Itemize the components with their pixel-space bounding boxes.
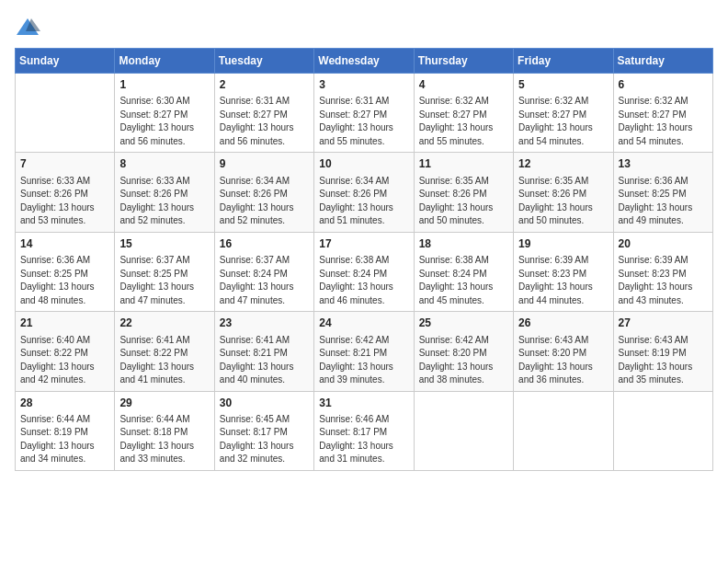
day-number: 20: [619, 236, 708, 252]
day-cell: 23Sunrise: 6:41 AM Sunset: 8:21 PM Dayli…: [214, 312, 313, 391]
day-info: Sunrise: 6:36 AM Sunset: 8:25 PM Dayligh…: [619, 175, 708, 228]
header-row: SundayMondayTuesdayWednesdayThursdayFrid…: [16, 49, 713, 74]
day-number: 7: [20, 156, 109, 172]
header-cell-saturday: Saturday: [613, 49, 712, 74]
day-number: 2: [220, 77, 309, 93]
day-info: Sunrise: 6:32 AM Sunset: 8:27 PM Dayligh…: [518, 95, 608, 148]
day-number: 25: [419, 316, 508, 331]
week-row: 14Sunrise: 6:36 AM Sunset: 8:25 PM Dayli…: [16, 232, 713, 311]
day-number: 28: [20, 396, 109, 411]
day-cell: 20Sunrise: 6:39 AM Sunset: 8:23 PM Dayli…: [613, 232, 712, 311]
day-number: 5: [518, 77, 608, 93]
week-row: 21Sunrise: 6:40 AM Sunset: 8:22 PM Dayli…: [16, 312, 713, 391]
header-cell-wednesday: Wednesday: [314, 49, 414, 74]
day-info: Sunrise: 6:35 AM Sunset: 8:26 PM Dayligh…: [419, 175, 508, 228]
day-info: Sunrise: 6:40 AM Sunset: 8:22 PM Dayligh…: [20, 334, 109, 387]
day-cell: [16, 74, 115, 153]
day-info: Sunrise: 6:44 AM Sunset: 8:19 PM Dayligh…: [20, 413, 109, 466]
day-number: 4: [419, 77, 508, 93]
day-number: 24: [319, 316, 408, 331]
day-number: 15: [119, 236, 209, 252]
day-cell: 10Sunrise: 6:34 AM Sunset: 8:26 PM Dayli…: [314, 153, 414, 232]
day-number: 3: [319, 77, 408, 93]
day-cell: 30Sunrise: 6:45 AM Sunset: 8:17 PM Dayli…: [214, 391, 313, 470]
day-info: Sunrise: 6:32 AM Sunset: 8:27 PM Dayligh…: [619, 95, 708, 148]
day-info: Sunrise: 6:42 AM Sunset: 8:21 PM Dayligh…: [319, 334, 408, 387]
day-info: Sunrise: 6:33 AM Sunset: 8:26 PM Dayligh…: [20, 175, 109, 228]
day-number: 18: [419, 236, 508, 252]
day-number: 21: [20, 316, 109, 331]
day-cell: 22Sunrise: 6:41 AM Sunset: 8:22 PM Dayli…: [115, 312, 214, 391]
day-number: 8: [119, 156, 209, 172]
day-number: 31: [319, 396, 408, 411]
day-cell: 24Sunrise: 6:42 AM Sunset: 8:21 PM Dayli…: [314, 312, 414, 391]
header-cell-thursday: Thursday: [414, 49, 513, 74]
day-number: 19: [518, 236, 608, 252]
day-info: Sunrise: 6:44 AM Sunset: 8:18 PM Dayligh…: [119, 413, 209, 466]
day-number: 14: [20, 236, 109, 252]
day-cell: 28Sunrise: 6:44 AM Sunset: 8:19 PM Dayli…: [16, 391, 115, 470]
day-number: 12: [518, 156, 608, 172]
day-cell: 4Sunrise: 6:32 AM Sunset: 8:27 PM Daylig…: [414, 74, 513, 153]
day-cell: 11Sunrise: 6:35 AM Sunset: 8:26 PM Dayli…: [414, 153, 513, 232]
day-info: Sunrise: 6:39 AM Sunset: 8:23 PM Dayligh…: [619, 254, 708, 307]
day-number: 16: [220, 236, 309, 252]
day-number: 6: [619, 77, 708, 93]
day-info: Sunrise: 6:34 AM Sunset: 8:26 PM Dayligh…: [319, 175, 408, 228]
logo-icon: [15, 15, 40, 40]
day-info: Sunrise: 6:32 AM Sunset: 8:27 PM Dayligh…: [419, 95, 508, 148]
day-info: Sunrise: 6:31 AM Sunset: 8:27 PM Dayligh…: [319, 95, 408, 148]
day-cell: 21Sunrise: 6:40 AM Sunset: 8:22 PM Dayli…: [16, 312, 115, 391]
day-cell: 26Sunrise: 6:43 AM Sunset: 8:20 PM Dayli…: [514, 312, 613, 391]
day-number: 27: [619, 316, 708, 331]
day-cell: [414, 391, 513, 470]
day-info: Sunrise: 6:34 AM Sunset: 8:26 PM Dayligh…: [220, 175, 309, 228]
day-info: Sunrise: 6:42 AM Sunset: 8:20 PM Dayligh…: [419, 334, 508, 387]
day-cell: 8Sunrise: 6:33 AM Sunset: 8:26 PM Daylig…: [115, 153, 214, 232]
calendar-header: SundayMondayTuesdayWednesdayThursdayFrid…: [16, 49, 713, 74]
day-info: Sunrise: 6:43 AM Sunset: 8:20 PM Dayligh…: [518, 334, 608, 387]
week-row: 7Sunrise: 6:33 AM Sunset: 8:26 PM Daylig…: [16, 153, 713, 232]
day-info: Sunrise: 6:41 AM Sunset: 8:22 PM Dayligh…: [119, 334, 209, 387]
week-row: 1Sunrise: 6:30 AM Sunset: 8:27 PM Daylig…: [16, 74, 713, 153]
header-cell-friday: Friday: [514, 49, 613, 74]
day-info: Sunrise: 6:30 AM Sunset: 8:27 PM Dayligh…: [119, 95, 209, 148]
day-cell: [514, 391, 613, 470]
day-cell: 25Sunrise: 6:42 AM Sunset: 8:20 PM Dayli…: [414, 312, 513, 391]
header-cell-monday: Monday: [115, 49, 214, 74]
day-cell: 5Sunrise: 6:32 AM Sunset: 8:27 PM Daylig…: [514, 74, 613, 153]
day-number: 22: [119, 316, 209, 331]
day-cell: 18Sunrise: 6:38 AM Sunset: 8:24 PM Dayli…: [414, 232, 513, 311]
header-cell-tuesday: Tuesday: [214, 49, 313, 74]
day-info: Sunrise: 6:38 AM Sunset: 8:24 PM Dayligh…: [319, 254, 408, 307]
day-cell: 9Sunrise: 6:34 AM Sunset: 8:26 PM Daylig…: [214, 153, 313, 232]
page-header: [15, 15, 713, 40]
logo: [15, 15, 44, 40]
day-number: 1: [119, 77, 209, 93]
day-cell: 19Sunrise: 6:39 AM Sunset: 8:23 PM Dayli…: [514, 232, 613, 311]
day-cell: 3Sunrise: 6:31 AM Sunset: 8:27 PM Daylig…: [314, 74, 414, 153]
day-cell: 12Sunrise: 6:35 AM Sunset: 8:26 PM Dayli…: [514, 153, 613, 232]
day-cell: 2Sunrise: 6:31 AM Sunset: 8:27 PM Daylig…: [214, 74, 313, 153]
day-number: 10: [319, 156, 408, 172]
day-cell: 16Sunrise: 6:37 AM Sunset: 8:24 PM Dayli…: [214, 232, 313, 311]
day-info: Sunrise: 6:46 AM Sunset: 8:17 PM Dayligh…: [319, 413, 408, 466]
day-number: 29: [119, 396, 209, 411]
day-info: Sunrise: 6:35 AM Sunset: 8:26 PM Dayligh…: [518, 175, 608, 228]
day-info: Sunrise: 6:43 AM Sunset: 8:19 PM Dayligh…: [619, 334, 708, 387]
day-cell: 15Sunrise: 6:37 AM Sunset: 8:25 PM Dayli…: [115, 232, 214, 311]
day-cell: 27Sunrise: 6:43 AM Sunset: 8:19 PM Dayli…: [613, 312, 712, 391]
day-number: 9: [220, 156, 309, 172]
day-info: Sunrise: 6:39 AM Sunset: 8:23 PM Dayligh…: [518, 254, 608, 307]
day-number: 17: [319, 236, 408, 252]
day-cell: 29Sunrise: 6:44 AM Sunset: 8:18 PM Dayli…: [115, 391, 214, 470]
day-number: 11: [419, 156, 508, 172]
day-info: Sunrise: 6:36 AM Sunset: 8:25 PM Dayligh…: [20, 254, 109, 307]
calendar-table: SundayMondayTuesdayWednesdayThursdayFrid…: [15, 48, 713, 471]
day-info: Sunrise: 6:37 AM Sunset: 8:24 PM Dayligh…: [220, 254, 309, 307]
day-info: Sunrise: 6:31 AM Sunset: 8:27 PM Dayligh…: [220, 95, 309, 148]
day-cell: [613, 391, 712, 470]
day-info: Sunrise: 6:33 AM Sunset: 8:26 PM Dayligh…: [119, 175, 209, 228]
day-info: Sunrise: 6:41 AM Sunset: 8:21 PM Dayligh…: [220, 334, 309, 387]
day-cell: 31Sunrise: 6:46 AM Sunset: 8:17 PM Dayli…: [314, 391, 414, 470]
